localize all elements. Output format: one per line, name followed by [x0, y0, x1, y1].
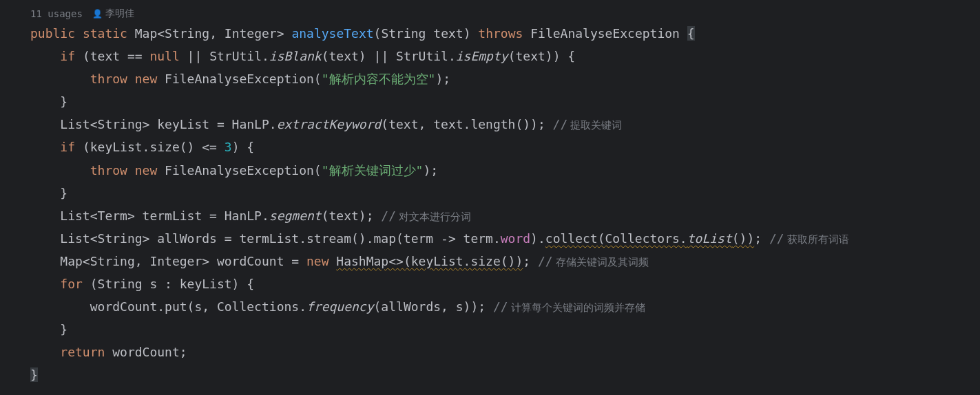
kw-if: if [60, 49, 75, 63]
code-line[interactable]: public static Map<String, Integer> analy… [0, 22, 980, 45]
comment: 计算每个关键词的词频并存储 [508, 301, 645, 313]
string-literal: "解析内容不能为空" [322, 72, 436, 86]
comment: 存储关键词及其词频 [553, 256, 649, 268]
code-area[interactable]: public static Map<String, Integer> analy… [0, 22, 980, 387]
usages-hint[interactable]: 11 usages [30, 8, 83, 19]
code-line[interactable]: return wordCount; [0, 341, 980, 363]
string-literal: "解析关键词过少" [322, 163, 424, 178]
code-line[interactable]: wordCount.put(s, Collections.frequency(a… [0, 295, 980, 318]
kw-throws: throws [478, 26, 523, 41]
caret-brace: { [687, 26, 695, 41]
code-line[interactable]: for (String s : keyList) { [0, 273, 980, 295]
kw-for: for [60, 277, 83, 291]
code-line[interactable]: List<String> allWords = termList.stream(… [0, 227, 980, 250]
kw-throw: throw [90, 72, 127, 86]
inlay-hints: 11 usages 👤李明佳 [0, 6, 980, 22]
field-ref: word [501, 231, 530, 246]
code-line[interactable]: if (keyList.size() <= 3) { [0, 136, 980, 158]
code-line[interactable]: throw new FileAnalyseException("解析关键词过少"… [0, 159, 980, 182]
kw-if: if [60, 140, 75, 154]
kw-return: return [60, 345, 105, 359]
author-name: 李明佳 [105, 8, 134, 19]
comment: 提取关键词 [567, 119, 622, 131]
code-line[interactable]: if (text == null || StrUtil.isBlank(text… [0, 45, 980, 67]
warning-underline: HashMap<>(keyList.size()) [336, 254, 523, 268]
code-line[interactable]: throw new FileAnalyseException("解析内容不能为空… [0, 67, 980, 90]
number-literal: 3 [225, 140, 232, 154]
code-line[interactable]: } [0, 182, 980, 204]
code-line[interactable]: List<String> keyList = HanLP.extractKeyw… [0, 113, 980, 136]
comment: 获取所有词语 [784, 233, 849, 245]
warning-underline: collect(Collectors.toList()) [545, 231, 754, 246]
matching-brace: } [30, 367, 38, 382]
code-line[interactable]: } [0, 363, 980, 386]
author-icon: 👤 [92, 9, 103, 19]
author-hint[interactable]: 👤李明佳 [92, 8, 134, 20]
kw-public: public [30, 26, 75, 41]
kw-new: new [135, 163, 158, 178]
code-line[interactable]: } [0, 90, 980, 113]
code-line[interactable]: } [0, 318, 980, 341]
code-line[interactable]: Map<String, Integer> wordCount = new Has… [0, 250, 980, 273]
code-line[interactable]: List<Term> termList = HanLP.segment(text… [0, 204, 980, 227]
kw-throw: throw [90, 163, 127, 178]
method-name: analyseText [291, 26, 373, 41]
kw-new: new [306, 254, 329, 268]
kw-static: static [83, 26, 127, 41]
code-editor[interactable]: 11 usages 👤李明佳 public static Map<String,… [0, 0, 980, 395]
kw-new: new [135, 72, 158, 86]
comment: 对文本进行分词 [396, 211, 471, 222]
